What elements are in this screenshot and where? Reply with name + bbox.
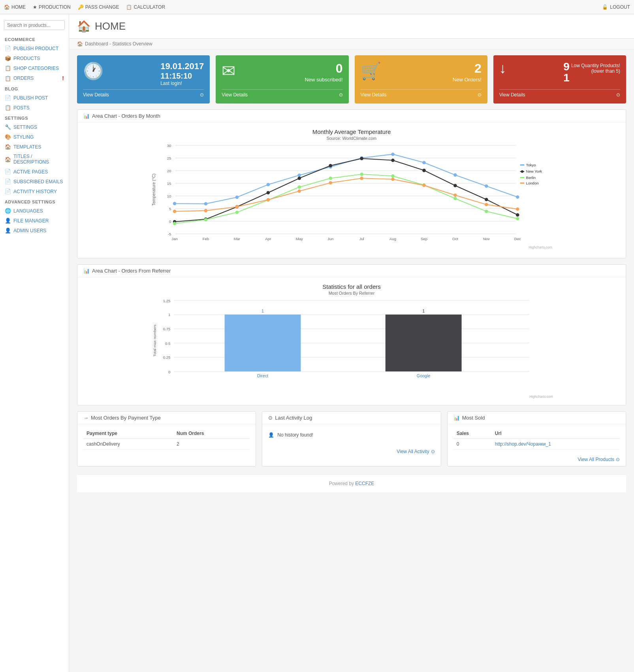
stat-card-orders-footer[interactable]: View Details ⊙: [361, 89, 482, 98]
chart-panel-2: 📊 Area Chart - Orders From Referrer Stat…: [77, 264, 626, 405]
languages-icon: 🌐: [5, 208, 11, 214]
page-title: HOME: [95, 20, 126, 32]
svg-text:Oct: Oct: [452, 237, 458, 241]
payment-col-count: Num Orders: [173, 428, 250, 439]
berlin-dot-0: [173, 222, 177, 225]
sidebar-label-posts: POSTS: [13, 105, 30, 111]
posts-icon: 📋: [5, 105, 11, 111]
most-sold-body: Sales Url 0 http://shop.dev/Чоранки_1: [448, 424, 626, 454]
svg-text:Jul: Jul: [359, 237, 364, 241]
london-dot-0: [173, 210, 177, 213]
sidebar-label-styling: STYLING: [13, 134, 34, 140]
svg-text:Aug: Aug: [389, 237, 396, 241]
calculator-icon: 📋: [126, 4, 132, 10]
berlin-dot-7: [391, 174, 395, 178]
user-icon: 👤: [268, 432, 274, 438]
sidebar-item-shop-categories[interactable]: 📋 SHOP CATEGORIES: [0, 63, 69, 73]
sidebar-label-templates: TEMPLATES: [13, 144, 41, 150]
sidebar-item-products[interactable]: 📦 PRODUCTS: [0, 53, 69, 63]
shop-categories-icon: 📋: [5, 65, 11, 71]
search-box[interactable]: 🔍: [4, 20, 65, 30]
most-sold-panel: 📊 Most Sold Sales Url: [447, 411, 626, 467]
bar1-value-label: 1: [262, 309, 264, 313]
activity-panel-title: Last Activity Log: [275, 415, 312, 421]
nav-calculator[interactable]: 📋 CALCULATOR: [126, 4, 165, 10]
activity-empty: 👤 No history found!: [268, 428, 435, 442]
sidebar-item-settings[interactable]: 🔧 SETTINGS: [0, 122, 69, 132]
sold-col-sales: Sales: [453, 428, 492, 439]
star-icon: ★: [33, 4, 37, 10]
bottom-panels: → Most Orders By Payment Type Payment ty…: [77, 411, 626, 467]
sidebar-item-publish-product[interactable]: 📄 PUBLISH PRODUCT: [0, 43, 69, 53]
london-dot-9: [453, 194, 457, 197]
nav-production[interactable]: ★ PRODUCTION: [33, 4, 71, 10]
nav-pass-change[interactable]: 🔑 PASS CHANGE: [78, 4, 119, 10]
berlin-dot-10: [485, 210, 488, 213]
tokyo-dot-10: [485, 184, 488, 188]
low-qty-stacked: 9 1: [563, 61, 570, 83]
payment-panel-title: Most Orders By Payment Type: [91, 415, 161, 421]
ny-dot-10: [485, 198, 488, 201]
legend-london-label: London: [526, 181, 539, 185]
view-details-login: View Details: [83, 92, 109, 98]
payment-type-value: cashOnDelivery: [83, 439, 173, 450]
stat-card-orders-values: 2 New Orders!: [453, 61, 482, 83]
stat-card-login-footer[interactable]: View Details ⊙: [83, 89, 204, 98]
main-content: 🏠 HOME 🏠 Dashboard - Statistics Overview…: [69, 14, 634, 672]
chart-1-bar-icon: 📊: [83, 113, 90, 119]
sidebar-item-posts[interactable]: 📋 POSTS: [0, 103, 69, 113]
view-all-products[interactable]: View All Products ⊙: [448, 454, 626, 466]
sidebar-item-admin-users[interactable]: 👤 ADMIN USERS: [0, 226, 69, 235]
stat-card-orders-top: 🛒 2 New Orders!: [361, 61, 482, 83]
chart-panel-1: 📊 Area Chart - Orders By Month Monthly A…: [77, 109, 626, 258]
page-header-icon: 🏠: [77, 20, 91, 33]
activity-panel: ⊙ Last Activity Log 👤 No history found! …: [262, 411, 441, 467]
nav-home[interactable]: 🏠 HOME: [4, 4, 26, 10]
ny-dot-4: [297, 177, 301, 180]
most-sold-table: Sales Url 0 http://shop.dev/Чоранки_1: [453, 428, 620, 450]
sidebar-item-templates[interactable]: 🏠 TEMPLATES: [0, 142, 69, 152]
london-dot-11: [516, 207, 519, 211]
sidebar-item-active-pages[interactable]: 📄 ACTIVE PAGES: [0, 167, 69, 177]
sidebar-item-publish-post[interactable]: 📄 PUBLISH POST: [0, 93, 69, 103]
sidebar-label-shop-categories: SHOP CATEGORIES: [13, 66, 59, 71]
view-all-activity[interactable]: View All Activity ⊙: [262, 446, 440, 458]
temperature-chart-svg: Monthly Average Temperature Source: Worl…: [81, 126, 622, 253]
sidebar-item-styling[interactable]: 🎨 STYLING: [0, 132, 69, 142]
sold-url-link[interactable]: http://shop.dev/Чоранки_1: [495, 441, 551, 447]
arrow-icon-orders: ⊙: [478, 92, 482, 98]
orders-value: 2: [453, 61, 482, 76]
top-navigation: 🏠 HOME ★ PRODUCTION 🔑 PASS CHANGE 📋 CALC…: [0, 0, 634, 14]
berlin-dot-11: [516, 217, 519, 220]
top-nav-left: 🏠 HOME ★ PRODUCTION 🔑 PASS CHANGE 📋 CALC…: [4, 4, 165, 10]
stat-card-subscribers-footer[interactable]: View Details ⊙: [222, 89, 342, 98]
newyork-line: [175, 158, 517, 222]
clock-icon: 🕐: [83, 61, 103, 81]
search-input[interactable]: [4, 21, 65, 30]
low-qty-text: Low Quantity Products! (lower than 5): [571, 61, 620, 74]
sidebar-item-file-manager[interactable]: 👤 FILE MANAGER: [0, 216, 69, 226]
stat-date: 19.01.2017: [160, 61, 204, 72]
sidebar-item-orders[interactable]: 📋 ORDERS !: [0, 73, 69, 83]
sidebar-item-subscribed-emails[interactable]: 📄 SUBSCRIBED EMAILS: [0, 177, 69, 186]
sidebar-label-publish-product: PUBLISH PRODUCT: [13, 46, 58, 51]
london-dot-3: [267, 198, 270, 201]
berlin-dot-5: [329, 177, 332, 180]
svg-text:0: 0: [169, 219, 171, 224]
sidebar-label-settings: SETTINGS: [13, 124, 37, 130]
logout-icon: 🔓: [602, 4, 608, 10]
sidebar-item-activity-history[interactable]: 📄 ACTIVITY HISTORY: [0, 186, 69, 196]
highcharts-label-2: Highcharts.com: [530, 395, 553, 399]
footer-brand-link[interactable]: ECCFZE: [355, 481, 374, 486]
orders-label: New Orders!: [453, 77, 482, 83]
stat-card-subscribers-values: 0 New subscribed!: [305, 61, 342, 83]
view-all-activity-icon: ⊙: [431, 449, 435, 454]
sidebar-item-languages[interactable]: 🌐 LANGUAGES: [0, 206, 69, 216]
page-header: 🏠 HOME: [69, 14, 634, 39]
stat-card-low-qty-footer[interactable]: View Details ⊙: [499, 89, 620, 98]
chart-2-header: 📊 Area Chart - Orders From Referrer: [77, 265, 626, 277]
nav-logout[interactable]: 🔓 LOGOUT: [602, 4, 630, 10]
home-nav-icon: 🏠: [4, 4, 10, 10]
sidebar-item-titles-descriptions[interactable]: 🏠 TITLES / DESCRIPTIONS: [0, 152, 69, 167]
key-icon: 🔑: [78, 4, 84, 10]
